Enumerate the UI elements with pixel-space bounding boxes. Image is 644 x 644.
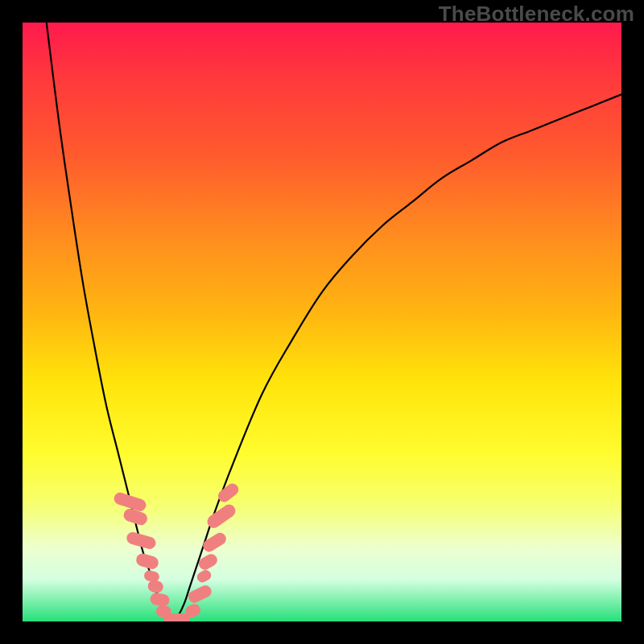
curve-layer [23, 23, 621, 621]
chart-frame: TheBottleneck.com [0, 0, 644, 644]
left-curve [47, 23, 172, 621]
plot-area [23, 23, 621, 621]
right-curve [172, 94, 621, 621]
